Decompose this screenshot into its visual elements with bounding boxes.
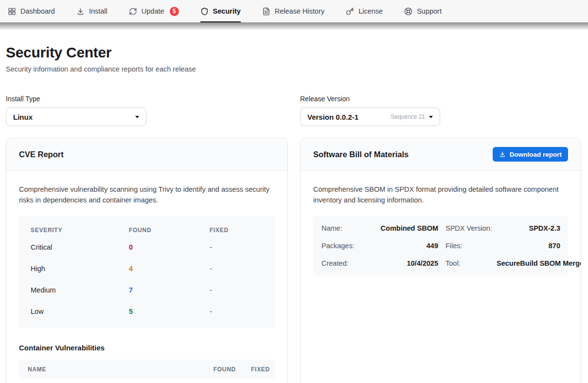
nav-item-security[interactable]: Security: [200, 0, 241, 22]
chevron-down-icon: [429, 116, 433, 118]
detail-value: SPDX-2.3: [497, 224, 560, 232]
sbom-header: Software Bill of Materials Download repo…: [301, 138, 581, 171]
sbom-description: Comprehensive SBOM in SPDX format provid…: [313, 184, 568, 205]
life-buoy-icon: [404, 7, 412, 16]
nav-item-support[interactable]: Support: [404, 0, 442, 22]
sbom-body: Comprehensive SBOM in SPDX format provid…: [301, 171, 581, 289]
column-header-severity: SEVERITY: [31, 227, 129, 234]
detail-label: SPDX Version:: [438, 224, 497, 232]
found-count: 0: [129, 243, 210, 251]
dashboard-icon: [8, 7, 16, 16]
nav-label: Support: [417, 7, 442, 15]
table-row-medium: Medium 7 -: [19, 279, 275, 301]
detail-value: Combined SBOM: [370, 224, 438, 232]
nav-item-update[interactable]: Update 5: [129, 0, 179, 22]
page-title: Security Center: [6, 44, 582, 61]
nav-label: Dashboard: [20, 7, 55, 15]
release-version-label: Release Version: [300, 95, 440, 103]
install-type-select[interactable]: Linux: [6, 108, 146, 126]
install-type-value: Linux: [13, 113, 131, 121]
fixed-count: -: [210, 308, 263, 315]
nav-label: License: [358, 7, 383, 15]
cve-report-card: CVE Report Comprehensive vulnerability s…: [6, 138, 288, 383]
detail-label: Packages:: [321, 242, 370, 250]
download-icon: [499, 151, 506, 158]
severity-name: Low: [31, 308, 129, 315]
download-report-button[interactable]: Download report: [493, 147, 568, 162]
table-row: Packages: 449 Files: 870: [321, 237, 560, 255]
install-type-label: Install Type: [6, 95, 146, 103]
column-header-fixed: FIXED: [210, 227, 263, 234]
release-version-select[interactable]: Version 0.0.2-1 Sequence 21: [300, 108, 440, 126]
nav-label: Release History: [275, 7, 324, 15]
fixed-count: -: [210, 243, 263, 251]
top-navigation: Dashboard Install Update 5 Security Rele…: [0, 0, 588, 22]
page-subtitle: Security information and compliance repo…: [6, 65, 582, 73]
detail-value: 449: [370, 242, 438, 250]
page-top-shadow: [0, 22, 588, 30]
found-count: 5: [129, 308, 210, 315]
detail-label: Name:: [321, 224, 370, 232]
nav-item-dashboard[interactable]: Dashboard: [8, 0, 55, 22]
release-version-filter: Release Version Version 0.0.2-1 Sequence…: [300, 95, 440, 126]
column-header-name: NAME: [28, 366, 197, 373]
severity-table: SEVERITY FOUND FIXED Critical 0 - High 4…: [19, 216, 275, 328]
download-icon: [76, 7, 85, 16]
cve-report-header: CVE Report: [6, 138, 287, 171]
cve-report-description: Comprehensive vulnerability scanning usi…: [19, 184, 275, 205]
fixed-count: -: [210, 286, 263, 294]
severity-name: High: [31, 265, 129, 273]
detail-value: 10/4/2025: [370, 259, 438, 267]
update-count-badge: 5: [170, 7, 179, 16]
cve-report-body: Comprehensive vulnerability scanning usi…: [6, 171, 287, 383]
nav-item-license[interactable]: License: [346, 0, 383, 22]
nav-item-release-history[interactable]: Release History: [262, 0, 324, 22]
table-row-critical: Critical 0 -: [19, 237, 275, 258]
nav-label: Install: [89, 7, 107, 15]
release-version-value: Version 0.0.2-1: [307, 113, 391, 121]
nav-label: Security: [213, 7, 241, 15]
detail-value: SecureBuild SBOM Merger: [497, 259, 581, 267]
document-icon: [262, 7, 270, 16]
severity-name: Medium: [31, 286, 129, 294]
detail-label: Files:: [438, 242, 497, 250]
sbom-title: Software Bill of Materials: [313, 150, 409, 159]
found-count: 7: [129, 286, 210, 294]
found-count: 4: [129, 265, 210, 273]
nav-label: Update: [142, 7, 164, 15]
table-row: Name: Combined SBOM SPDX Version: SPDX-2…: [321, 219, 560, 237]
container-vulnerabilities-title: Container Vulnerabilities: [19, 344, 275, 352]
cve-report-title: CVE Report: [19, 150, 64, 159]
column-header-found: FOUND: [129, 227, 210, 234]
security-center-page: Security Center Security information and…: [0, 44, 588, 383]
sbom-card: Software Bill of Materials Download repo…: [300, 138, 581, 383]
sbom-details-table: Name: Combined SBOM SPDX Version: SPDX-2…: [313, 216, 568, 275]
severity-table-header: SEVERITY FOUND FIXED: [19, 220, 275, 237]
column-header-fixed: FIXED: [245, 366, 270, 373]
fixed-count: -: [210, 265, 263, 273]
cards-row: CVE Report Comprehensive vulnerability s…: [6, 138, 582, 383]
download-report-label: Download report: [510, 151, 562, 158]
refresh-icon: [129, 7, 137, 16]
detail-value: 870: [497, 242, 560, 250]
filters-row: Install Type Linux Release Version Versi…: [6, 95, 582, 126]
container-vulnerabilities-table-header: NAME FOUND FIXED: [19, 360, 275, 379]
sequence-tag: Sequence 21: [391, 113, 425, 120]
install-type-filter: Install Type Linux: [6, 95, 146, 126]
key-icon: [346, 7, 354, 16]
nav-item-install[interactable]: Install: [76, 0, 107, 22]
column-header-found: FOUND: [206, 366, 236, 373]
shield-icon: [200, 7, 209, 16]
detail-label: Created:: [321, 259, 370, 267]
chevron-down-icon: [135, 116, 139, 118]
table-row-high: High 4 -: [19, 258, 275, 279]
table-row-low: Low 5 -: [19, 301, 275, 322]
table-row: Created: 10/4/2025 Tool: SecureBuild SBO…: [321, 255, 560, 272]
detail-label: Tool:: [438, 259, 497, 267]
severity-name: Critical: [31, 243, 129, 251]
